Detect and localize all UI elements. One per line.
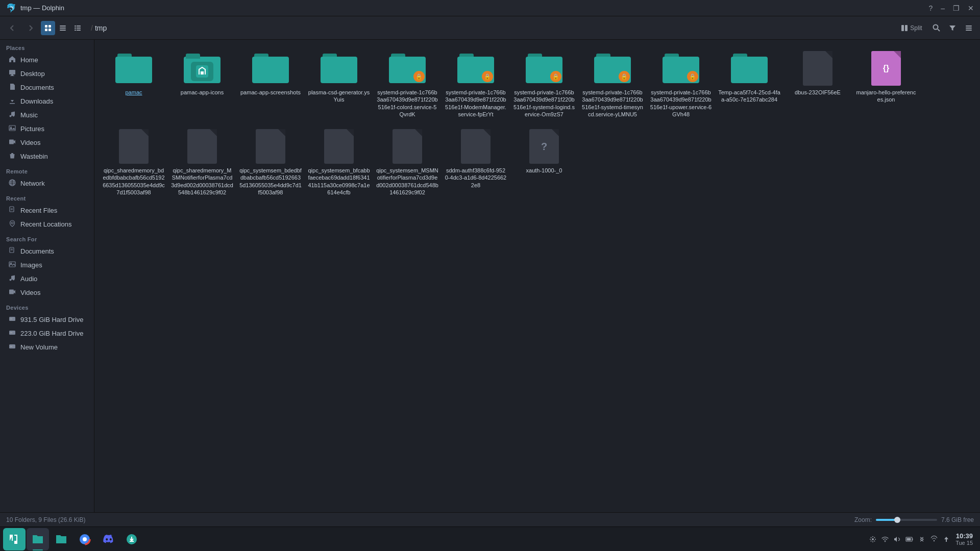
svg-rect-12: [77, 30, 81, 31]
list-item[interactable]: qipc_systemsem_bdedbfdbabcbafb56cd519266…: [237, 124, 304, 200]
tray-arrow-icon[interactable]: [941, 534, 951, 544]
tray-network-icon[interactable]: [880, 534, 890, 544]
main-layout: Places Home Desktop Documents Downloads: [0, 40, 980, 512]
file-icon-container: [797, 50, 838, 87]
lock-badge: 🔒: [687, 71, 698, 82]
file-icon-container: [250, 128, 291, 165]
svg-rect-58: [201, 71, 204, 74]
list-item[interactable]: 🔒 systemd-private-1c766b3aa670439d9e871f…: [443, 46, 509, 122]
list-item[interactable]: plasma-csd-generator.ysYuis: [306, 46, 372, 122]
sidebar-item-documents[interactable]: Documents: [0, 81, 94, 94]
svg-point-45: [10, 279, 12, 281]
file-name: systemd-private-1c766b3aa670439d9e871f22…: [650, 89, 712, 118]
sidebar-item-pictures[interactable]: Pictures: [0, 122, 94, 136]
list-item[interactable]: pamac-app-screenshots: [237, 46, 304, 122]
sidebar-item-search-videos[interactable]: Videos: [0, 286, 94, 299]
list-item[interactable]: qipc_systemsem_bfcabbfaecebac69dadd18f63…: [306, 124, 372, 200]
taskbar-clock[interactable]: 10:39 Tue 15: [955, 532, 973, 546]
folder-pamac-app-icons-icon: [182, 50, 223, 87]
file-name: sddm-authf388c6fd-9520-4dc3-a1d6-8d42256…: [445, 167, 507, 189]
file-name: dbus-232OIF56eE: [795, 89, 841, 96]
svg-point-55: [13, 346, 14, 347]
list-item[interactable]: ? xauth-1000-_0: [511, 124, 577, 200]
taskbar-app-download[interactable]: [120, 528, 143, 550]
file-icon-container: [387, 128, 428, 165]
tray-settings-icon[interactable]: [868, 534, 878, 544]
list-item[interactable]: sddm-authf388c6fd-9520-4dc3-a1d6-8d42256…: [443, 124, 509, 200]
list-item[interactable]: pamac: [101, 46, 167, 122]
close-button[interactable]: ✕: [968, 4, 974, 12]
sidebar-item-music[interactable]: Music: [0, 108, 94, 122]
sidebar-item-network[interactable]: Network: [0, 177, 94, 190]
svg-rect-14: [905, 25, 908, 31]
detail-view-button[interactable]: [70, 21, 85, 35]
view-buttons: [41, 21, 85, 35]
sidebar-item-drive-223[interactable]: 223.0 GiB Hard Drive: [0, 327, 94, 340]
search-button[interactable]: [929, 21, 943, 35]
taskbar-app-files2[interactable]: [50, 528, 72, 550]
list-item[interactable]: 🔒 systemd-private-1c766b3aa670439d9e871f…: [374, 46, 440, 122]
list-item[interactable]: 🔒 systemd-private-1c766b3aa670439d9e871f…: [511, 46, 577, 122]
music-icon: [8, 111, 16, 119]
file-icon-container: ?: [524, 128, 565, 165]
sidebar-item-recent-files[interactable]: Recent Files: [0, 204, 94, 217]
sidebar-item-home[interactable]: Home: [0, 53, 94, 67]
recent-locations-icon: [8, 220, 16, 229]
sidebar-item-desktop[interactable]: Desktop: [0, 67, 94, 81]
filter-button[interactable]: [945, 21, 960, 35]
restore-button[interactable]: ❐: [953, 4, 960, 12]
split-button[interactable]: Split: [896, 21, 927, 35]
list-item[interactable]: {} manjaro-hello-preferences.json: [853, 46, 919, 122]
svg-rect-66: [907, 538, 911, 540]
sidebar-item-search-audio[interactable]: Audio: [0, 272, 94, 286]
forward-button[interactable]: [22, 20, 39, 36]
breadcrumb-current[interactable]: tmp: [95, 24, 107, 32]
minimize-button[interactable]: –: [941, 4, 945, 12]
sidebar-item-search-documents[interactable]: Documents: [0, 244, 94, 258]
list-item[interactable]: pamac-app-icons: [169, 46, 235, 122]
file-name: qipc_systemsem_MSMNotifierforPlasma7cd3d…: [376, 167, 438, 196]
list-view-button[interactable]: [56, 21, 70, 35]
sidebar-item-new-volume[interactable]: New Volume: [0, 340, 94, 354]
list-item[interactable]: Temp-aca5f7c4-25cd-4faa-a50c-7e1267abc28…: [716, 46, 782, 122]
statusbar: 10 Folders, 9 Files (26.6 KiB) Zoom: 7.6…: [0, 512, 980, 527]
taskbar-app-discord[interactable]: [97, 528, 119, 550]
tray-battery-icon[interactable]: [904, 534, 915, 544]
taskbar-app-files[interactable]: [27, 528, 49, 550]
tray-audio-icon[interactable]: [892, 534, 902, 544]
back-button[interactable]: [4, 20, 20, 36]
menu-button[interactable]: [962, 21, 976, 35]
list-item[interactable]: qipc_sharedmemory_bdedbfdbabcbafb56cd519…: [101, 124, 167, 200]
list-item[interactable]: dbus-232OIF56eE: [785, 46, 851, 122]
app-icon: 🐬: [6, 3, 16, 13]
tray-wifi-icon[interactable]: [929, 534, 939, 544]
taskbar-app-manjaro[interactable]: [3, 528, 26, 550]
tray-bluetooth-icon[interactable]: [917, 534, 927, 544]
list-item[interactable]: 🔒 systemd-private-1c766b3aa670439d9e871f…: [579, 46, 646, 122]
list-item[interactable]: 🔒 systemd-private-1c766b3aa670439d9e871f…: [648, 46, 714, 122]
file-name: qipc_systemsem_bfcabbfaecebac69dadd18f63…: [308, 167, 370, 196]
sidebar-item-wastebin[interactable]: Wastebin: [0, 149, 94, 163]
svg-rect-47: [9, 290, 14, 294]
sidebar-item-search-images[interactable]: Images: [0, 258, 94, 272]
list-item[interactable]: qipc_sharedmemory_MSMNotifierforPlasma7c…: [169, 124, 235, 200]
sidebar-item-drive-931[interactable]: 931.5 GiB Hard Drive: [0, 313, 94, 327]
list-item[interactable]: qipc_systemsem_MSMNotifierforPlasma7cd3d…: [374, 124, 440, 200]
file-name: systemd-private-1c766b3aa670439d9e871f22…: [513, 89, 575, 118]
sidebar-item-downloads[interactable]: Downloads: [0, 94, 94, 108]
sidebar-item-videos[interactable]: Videos: [0, 136, 94, 149]
icon-view-button[interactable]: [41, 21, 55, 35]
sidebar-item-recent-locations[interactable]: Recent Locations: [0, 217, 94, 231]
zoom-slider[interactable]: [876, 519, 937, 521]
drive-931-icon: [8, 315, 16, 324]
file-name: pamac-app-icons: [181, 89, 224, 96]
file-name: manjaro-hello-preferences.json: [855, 89, 917, 104]
lock-badge: 🔒: [482, 71, 493, 82]
svg-rect-18: [966, 28, 972, 29]
help-button[interactable]: ?: [928, 4, 933, 12]
titlebar-left: 🐬 tmp — Dolphin: [6, 3, 64, 13]
folder-pamac-icon: [113, 50, 154, 87]
svg-point-67: [934, 540, 935, 541]
taskbar-right: 10:39 Tue 15: [868, 532, 977, 546]
taskbar-app-chrome[interactable]: [74, 528, 96, 550]
